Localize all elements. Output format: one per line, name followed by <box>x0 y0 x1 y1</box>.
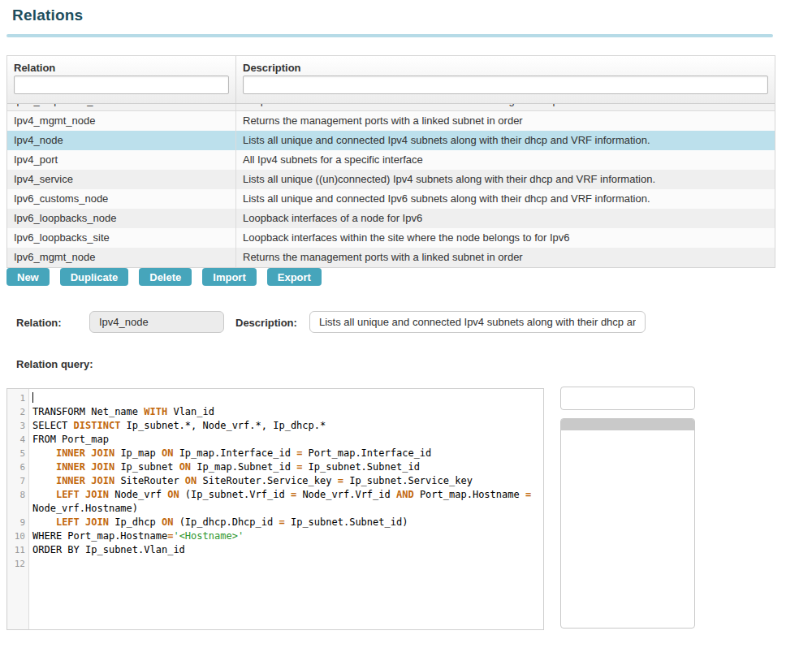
description-cell: Returns the management ports with a link… <box>236 111 775 131</box>
relation-filter-input[interactable] <box>14 76 229 94</box>
new-button[interactable]: New <box>6 268 50 286</box>
table-row-partial[interactable]: Ipv4_loopbacks_siteLoopback interfaces w… <box>7 104 775 111</box>
relation-cell: Ipv6_loopbacks_site <box>7 228 236 248</box>
description-cell: Loopback interfaces within the site wher… <box>236 104 775 110</box>
code-line: 6 INNER JOIN Ip_subnet ON Ip_map.Subnet_… <box>7 460 543 474</box>
code-text: LEFT JOIN Ip_dhcp ON (Ip_dhcp.Dhcp_id = … <box>29 516 543 529</box>
code-line: 8 LEFT JOIN Node_vrf ON (Ip_subnet.Vrf_i… <box>7 488 543 516</box>
code-line: 11ORDER BY Ip_subnet.Vlan_id <box>7 543 543 557</box>
code-text: TRANSFORM Net_name WITH Vlan_id <box>29 405 543 419</box>
code-line: 9 LEFT JOIN Ip_dhcp ON (Ip_dhcp.Dhcp_id … <box>7 516 543 529</box>
delete-button[interactable]: Delete <box>139 268 192 286</box>
line-number: 7 <box>7 474 29 488</box>
page-title: Relations <box>12 6 83 24</box>
column-header-relation: Relation <box>14 62 229 74</box>
relation-field[interactable] <box>89 311 224 333</box>
duplicate-button[interactable]: Duplicate <box>60 268 129 286</box>
description-cell: Returns the management ports with a link… <box>236 248 775 267</box>
code-text: INNER JOIN Ip_subnet ON Ip_map.Subnet_id… <box>29 460 543 474</box>
relations-table-header: Relation Description <box>7 56 775 104</box>
relations-table: Relation Description Ipv4_loopbacks_site… <box>6 55 775 268</box>
import-button[interactable]: Import <box>202 268 256 286</box>
description-cell: Lists all unique ((un)connected) Ipv4 su… <box>236 170 775 189</box>
relation-cell: Ipv4_loopbacks_site <box>7 104 236 110</box>
code-line: 1 <box>7 391 543 405</box>
code-text: LEFT JOIN Node_vrf ON (Ip_subnet.Vrf_id … <box>29 488 543 516</box>
code-line: 4FROM Port_map <box>7 433 543 447</box>
description-cell: Lists all unique and connected Ipv4 subn… <box>236 131 775 150</box>
line-number: 2 <box>7 405 29 419</box>
code-line: 2TRANSFORM Net_name WITH Vlan_id <box>7 405 543 419</box>
line-number: 6 <box>7 460 29 474</box>
code-text: ORDER BY Ip_subnet.Vlan_id <box>29 543 543 557</box>
description-cell: Loopback interfaces of a node for Ipv6 <box>236 209 775 228</box>
table-row[interactable]: Ipv6_loopbacks_nodeLoopback interfaces o… <box>7 209 775 228</box>
side-filter-input[interactable] <box>560 387 695 410</box>
line-number: 1 <box>7 391 29 405</box>
description-cell: Lists all unique and connected Ipv6 subn… <box>236 189 775 209</box>
side-list[interactable] <box>560 418 695 629</box>
line-number: 4 <box>7 433 29 447</box>
code-line: 5 INNER JOIN Ip_map ON Ip_map.Interface_… <box>7 447 543 460</box>
side-list-header <box>561 419 694 430</box>
line-number: 3 <box>7 419 29 433</box>
description-cell: Loopback interfaces within the site wher… <box>236 228 775 248</box>
table-row[interactable]: Ipv6_mgmt_nodeReturns the management por… <box>7 248 775 267</box>
code-text: INNER JOIN SiteRouter ON SiteRouter.Serv… <box>29 474 543 488</box>
relation-cell: Ipv4_node <box>7 131 236 150</box>
code-text: SELECT DISTINCT Ip_subnet.*, Node_vrf.*,… <box>29 419 543 433</box>
table-row[interactable]: Ipv4_nodeLists all unique and connected … <box>7 131 775 150</box>
toolbar: NewDuplicateDeleteImportExport <box>6 268 322 286</box>
line-number: 10 <box>7 529 29 543</box>
column-header-description: Description <box>243 62 768 74</box>
title-divider <box>6 34 773 37</box>
relation-cell: Ipv6_mgmt_node <box>7 248 236 267</box>
table-row[interactable]: Ipv4_portAll Ipv4 subnets for a specific… <box>7 150 775 170</box>
query-editor[interactable]: 12TRANSFORM Net_name WITH Vlan_id3SELECT… <box>6 388 544 630</box>
description-field[interactable] <box>309 311 646 333</box>
code-text <box>29 391 543 405</box>
description-field-label: Description: <box>235 317 297 329</box>
line-number: 11 <box>7 543 29 557</box>
code-text: INNER JOIN Ip_map ON Ip_map.Interface_id… <box>29 447 543 460</box>
code-line: 7 INNER JOIN SiteRouter ON SiteRouter.Se… <box>7 474 543 488</box>
code-line: 10WHERE Port_map.Hostname='<Hostname>' <box>7 529 543 543</box>
description-filter-input[interactable] <box>243 76 768 94</box>
line-number: 5 <box>7 447 29 460</box>
text-cursor <box>32 392 33 403</box>
code-line: 3SELECT DISTINCT Ip_subnet.*, Node_vrf.*… <box>7 419 543 433</box>
relation-query-label: Relation query: <box>16 358 93 370</box>
code-text <box>29 557 543 571</box>
relation-cell: Ipv4_mgmt_node <box>7 111 236 131</box>
code-line: 12 <box>7 557 543 571</box>
relation-cell: Ipv4_service <box>7 170 236 189</box>
description-cell: All Ipv4 subnets for a specific interfac… <box>236 150 775 170</box>
table-row[interactable]: Ipv6_customs_nodeLists all unique and co… <box>7 189 775 209</box>
line-number: 12 <box>7 557 29 571</box>
relations-table-body: Ipv4_loopbacks_siteLoopback interfaces w… <box>7 104 775 267</box>
relation-cell: Ipv6_loopbacks_node <box>7 209 236 228</box>
relation-field-label: Relation: <box>16 317 62 329</box>
table-row[interactable]: Ipv6_loopbacks_siteLoopback interfaces w… <box>7 228 775 248</box>
table-row[interactable]: Ipv4_serviceLists all unique ((un)connec… <box>7 170 775 189</box>
line-number: 8 <box>7 488 29 516</box>
code-text: FROM Port_map <box>29 433 543 447</box>
relation-cell: Ipv4_port <box>7 150 236 170</box>
export-button[interactable]: Export <box>267 268 322 286</box>
code-text: WHERE Port_map.Hostname='<Hostname>' <box>29 529 543 543</box>
relation-cell: Ipv6_customs_node <box>7 189 236 209</box>
line-number: 9 <box>7 516 29 529</box>
table-row[interactable]: Ipv4_mgmt_nodeReturns the management por… <box>7 111 775 131</box>
